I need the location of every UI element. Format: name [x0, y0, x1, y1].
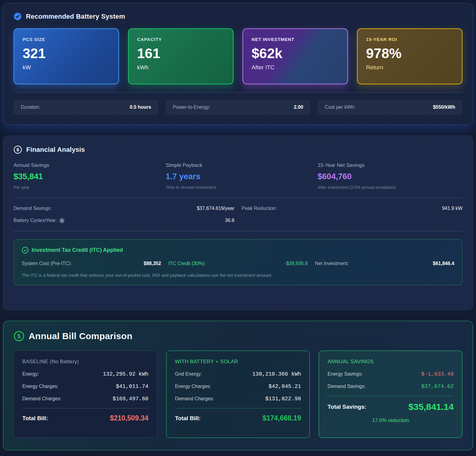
total-label: Total Savings:	[327, 404, 366, 410]
row-value: $37,674.62	[421, 383, 454, 389]
stat-label: PCS SIZE	[23, 37, 110, 42]
pill-label: Duration:	[21, 105, 40, 110]
itc-note: The ITC is a federal tax credit that red…	[22, 273, 454, 278]
stat-label: Annual Savings	[14, 162, 158, 168]
duration-pill: Duration: 0.5 hours	[14, 100, 158, 115]
svg-text:$: $	[17, 333, 21, 339]
stat-unit: kWh	[137, 64, 224, 71]
pill-label: Cost per kWh:	[325, 105, 355, 110]
stat-sub: After investment (3.0% annual escalation…	[318, 185, 462, 190]
recommended-battery-panel: Recommended Battery System PCS SIZE 321 …	[3, 3, 473, 125]
info-icon[interactable]: i	[59, 218, 64, 223]
pill-value: 2.00	[294, 105, 303, 110]
divider	[22, 408, 149, 408]
total-row: Total Bill: $210,509.34	[22, 414, 149, 422]
stat-value: 161	[137, 46, 224, 61]
annual-savings-stat: Annual Savings $35,841 Per year	[14, 162, 158, 190]
financial-stats: Annual Savings $35,841 Per year Simple P…	[14, 162, 462, 190]
itc-label: Net Investment:	[315, 261, 349, 266]
stat-cards: PCS SIZE 321 kW CAPACITY 161 kWh NET INV…	[14, 28, 462, 84]
itc-title: Investment Tax Credit (ITC) Applied	[32, 247, 123, 253]
financial-analysis-header: $ Financial Analysis	[14, 145, 462, 154]
bill-cards: BASELINE (No Battery) Energy: 132,295.92…	[14, 351, 462, 438]
detail-value: $37,674.619/year	[197, 206, 234, 211]
row-label: Demand Savings:	[327, 384, 365, 389]
pill-value: $550/kWh	[433, 105, 455, 110]
bill-row: Energy: 132,295.92 kWh	[22, 371, 149, 377]
row-value: $169,497.60	[113, 396, 149, 402]
annual-bill-comparison-panel: $ Annual Bill Comparison BASELINE (No Ba…	[3, 321, 473, 450]
bill-row: Grid Energy: 138,210.366 kWh	[175, 371, 301, 377]
stat-card-capacity: CAPACITY 161 kWh	[128, 28, 233, 84]
bill-row: Energy Savings: $-1,833.48	[327, 371, 454, 377]
total-label: Total Bill:	[22, 415, 48, 422]
stat-label: 15-YEAR ROI	[366, 37, 453, 42]
divider	[14, 198, 462, 198]
pill-value: 0.5 hours	[130, 105, 151, 110]
battery-cycles-row: Battery Cycles/Year: i 36.8	[14, 218, 234, 223]
empty-cell	[242, 218, 462, 223]
card-title: WITH BATTERY + SOLAR	[175, 359, 301, 365]
stat-unit: After ITC	[252, 64, 339, 71]
stat-sub: Per year	[14, 185, 158, 190]
detail-label: Peak Reduction:	[242, 206, 277, 211]
row-value: $-1,833.48	[421, 371, 454, 377]
stat-label: NET INVESTMENT	[252, 37, 339, 42]
detail-value: 941.9 kW	[442, 206, 462, 211]
row-value: 138,210.366 kWh	[252, 371, 301, 377]
recommended-battery-header: Recommended Battery System	[14, 12, 462, 20]
stat-value: $604,760	[318, 172, 462, 181]
row-label: Demand Charges:	[175, 396, 214, 401]
total-row: Total Bill: $174,668.19	[175, 414, 301, 422]
row-label: Energy Savings:	[327, 371, 363, 377]
bill-row: Demand Charges: $131,822.98	[175, 396, 301, 402]
divider	[327, 396, 454, 396]
detail-value: 36.8	[225, 218, 234, 223]
stat-value: $62k	[252, 46, 339, 61]
itc-value: $88,352	[144, 261, 161, 266]
row-label: Energy:	[22, 371, 39, 377]
itc-header: Investment Tax Credit (ITC) Applied	[22, 247, 454, 254]
simple-payback-stat: Simple Payback 1.7 years Time to recover…	[166, 162, 311, 190]
divider	[14, 231, 462, 231]
bill-comparison-header: $ Annual Bill Comparison	[14, 331, 462, 342]
system-metrics-row: Duration: 0.5 hours Power-to-Energy: 2.0…	[14, 100, 462, 115]
stat-label: Simple Payback	[166, 162, 311, 168]
itc-credit-item: ITC Credit (30%): -$26,505.6	[168, 261, 308, 266]
financial-details: Demand Savings: $37,674.619/year Peak Re…	[14, 206, 462, 223]
stat-unit: kW	[23, 64, 110, 71]
row-label: Energy Charges:	[175, 384, 211, 389]
bill-row: Demand Savings: $37,674.62	[327, 383, 454, 389]
itc-value: $61,846.4	[433, 261, 454, 266]
check-circle-icon	[22, 247, 29, 254]
pill-label: Power-to-Energy:	[173, 105, 211, 110]
itc-label: ITC Credit (30%):	[168, 261, 206, 266]
svg-text:$: $	[17, 147, 19, 152]
row-value: $131,822.98	[265, 396, 301, 402]
stat-sub: Time to recover investment	[166, 185, 311, 190]
total-value: $174,668.19	[262, 414, 301, 422]
detail-label: Battery Cycles/Year:	[14, 218, 57, 223]
row-label: Energy Charges:	[22, 384, 58, 389]
cost-per-kwh-pill: Cost per kWh: $550/kWh	[318, 100, 462, 115]
stat-value: $35,841	[14, 172, 158, 181]
stat-label: 15-Year Net Savings	[318, 162, 462, 168]
stat-value: 1.7 years	[166, 172, 311, 181]
check-badge-icon	[14, 12, 22, 20]
detail-label: Demand Savings:	[14, 206, 52, 211]
stat-label: CAPACITY	[137, 37, 224, 42]
row-value: 132,295.92 kWh	[103, 371, 148, 377]
demand-savings-row: Demand Savings: $37,674.619/year	[14, 206, 234, 211]
annual-savings-card: ANNUAL SAVINGS Energy Savings: $-1,833.4…	[319, 351, 462, 438]
bill-row: Demand Charges: $169,497.60	[22, 396, 149, 402]
row-label: Grid Energy:	[175, 371, 202, 377]
power-to-energy-pill: Power-to-Energy: 2.00	[166, 100, 311, 115]
total-value: $210,509.34	[110, 414, 149, 422]
bill-row: Energy Charges: $41,011.74	[22, 383, 149, 389]
net-investment-item: Net Investment: $61,846.4	[315, 261, 454, 266]
total-value: $35,841.14	[409, 402, 454, 412]
dollar-circle-icon: $	[14, 145, 22, 154]
divider	[14, 92, 462, 92]
bill-row: Energy Charges: $42,845.21	[175, 383, 301, 389]
total-label: Total Bill:	[175, 415, 201, 422]
